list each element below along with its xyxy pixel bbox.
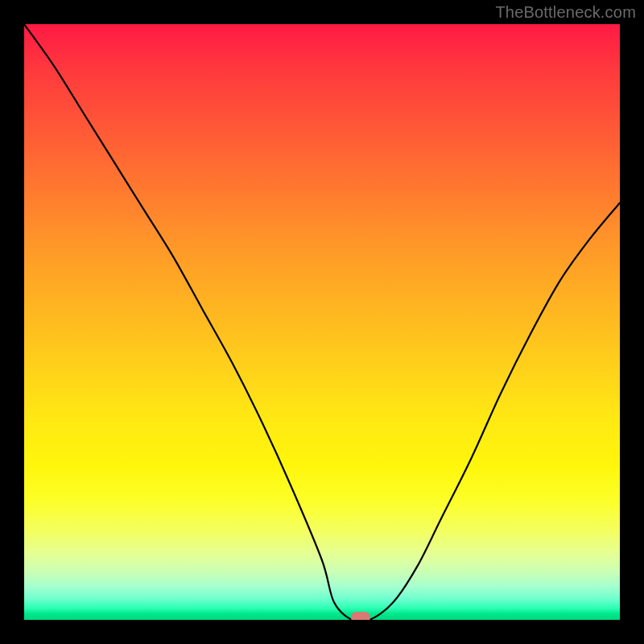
bottleneck-curve — [24, 24, 620, 620]
chart-container: TheBottleneck.com — [0, 0, 644, 644]
plot-area — [24, 24, 620, 620]
optimal-point-marker — [351, 612, 370, 620]
attribution-text: TheBottleneck.com — [495, 3, 636, 22]
